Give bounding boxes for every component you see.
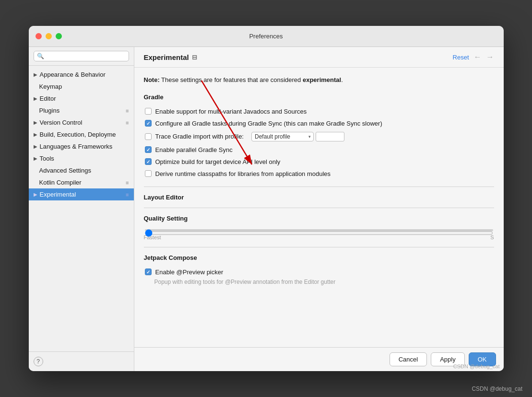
sidebar-item-build[interactable]: ▶ Build, Execution, Deployme xyxy=(29,128,134,140)
setting-optimize-build: Optimize build for target device API lev… xyxy=(144,156,494,168)
window-title: Preferences xyxy=(249,33,283,40)
sidebar-bottom: ? xyxy=(29,351,134,371)
dropdown-container: Default profile ▾ xyxy=(251,132,314,141)
chevron-icon: ▶ xyxy=(34,120,37,125)
forward-arrow[interactable]: → xyxy=(486,53,494,61)
badge-icon: ≡ xyxy=(126,192,129,198)
main-area: 🔍 ▶ Appearance & Behavior Keymap ▶ Edito… xyxy=(29,47,504,371)
cancel-button[interactable]: Cancel xyxy=(390,352,427,366)
section-quality-header: Quality Setting xyxy=(144,215,494,222)
sidebar-item-editor[interactable]: ▶ Editor xyxy=(29,93,134,105)
window-controls xyxy=(35,33,62,39)
sidebar-item-label: Keymap xyxy=(39,83,62,90)
badge-icon: ≡ xyxy=(126,120,129,126)
checkbox-parallel-sync[interactable] xyxy=(145,146,152,153)
header-actions: Reset ← → xyxy=(453,53,494,61)
sidebar-item-advanced[interactable]: Advanced Settings xyxy=(29,164,134,176)
setting-preview-picker-label[interactable]: Enable @Preview picker xyxy=(145,269,224,276)
sidebar-item-keymap[interactable]: Keymap xyxy=(29,81,134,93)
chevron-icon: ▶ xyxy=(34,96,37,101)
maximize-button[interactable] xyxy=(56,33,62,39)
sidebar-item-label: Editor xyxy=(40,95,56,102)
content-header: Experimental ⊟ Reset ← → xyxy=(134,47,504,68)
note-end: . xyxy=(341,76,343,83)
setting-trace-gradle: Trace Gradle import with profile: Defaul… xyxy=(144,129,494,144)
badge-icon: ≡ xyxy=(126,180,129,186)
search-icon: 🔍 xyxy=(37,53,44,59)
search-bar: 🔍 xyxy=(29,47,134,66)
setting-multi-variant-label[interactable]: Enable support for multi-variant Javadoc… xyxy=(145,108,307,115)
sidebar-item-label: Tools xyxy=(40,155,54,162)
bookmark-icon: ⊟ xyxy=(192,54,197,61)
minimize-button[interactable] xyxy=(46,33,52,39)
sidebar-item-label: Kotlin Compiler xyxy=(39,179,82,186)
content-body: Note: These settings are for features th… xyxy=(134,68,504,347)
section-layout-editor-header: Layout Editor xyxy=(144,194,494,201)
setting-optimize-build-label[interactable]: Optimize build for target device API lev… xyxy=(145,158,281,165)
chevron-icon: ▶ xyxy=(34,132,37,137)
sidebar-item-languages[interactable]: ▶ Languages & Frameworks xyxy=(29,140,134,152)
content-area: Experimental ⊟ Reset ← → Note: These set… xyxy=(134,47,504,371)
sidebar-item-tools[interactable]: ▶ Tools xyxy=(29,152,134,164)
quality-slider-track xyxy=(145,229,493,231)
setting-preview-picker: Enable @Preview picker xyxy=(144,266,494,278)
quality-slider-row xyxy=(144,227,494,234)
checkbox-derive-runtime[interactable] xyxy=(145,170,152,177)
sidebar-item-experimental[interactable]: ▶ Experimental ≡ xyxy=(29,188,134,200)
section-gradle-header: Gradle xyxy=(144,93,494,101)
search-input[interactable] xyxy=(47,53,126,59)
checkbox-trace-gradle[interactable] xyxy=(145,133,152,140)
sidebar-item-label: Experimental xyxy=(40,191,76,198)
setting-parallel-sync-label[interactable]: Enable parallel Gradle Sync xyxy=(145,146,233,153)
setting-configure-tasks: Configure all Gradle tasks during Gradle… xyxy=(144,117,494,129)
page-title: Experimental xyxy=(144,53,189,61)
divider-quality xyxy=(144,247,494,247)
setting-parallel-sync: Enable parallel Gradle Sync xyxy=(144,144,494,156)
sidebar-item-plugins[interactable]: Plugins ≡ xyxy=(29,105,134,117)
reset-button[interactable]: Reset xyxy=(453,54,469,61)
sidebar-nav: ▶ Appearance & Behavior Keymap ▶ Editor … xyxy=(29,66,134,351)
divider-layout-editor xyxy=(144,208,494,208)
divider-gradle xyxy=(144,187,494,187)
sidebar-item-kotlin[interactable]: Kotlin Compiler ≡ xyxy=(29,176,134,188)
back-arrow[interactable]: ← xyxy=(474,53,482,61)
note-text: Note: These settings are for features th… xyxy=(144,75,494,85)
trace-extra-input[interactable] xyxy=(316,132,344,141)
content-wrap: Experimental ⊟ Reset ← → Note: These set… xyxy=(134,47,504,371)
trace-dropdown-wrap: Default profile ▾ xyxy=(251,132,344,141)
watermark: CSDN @debug_cat xyxy=(449,362,504,371)
setting-derive-runtime-label[interactable]: Derive runtime classpaths for libraries … xyxy=(145,170,331,177)
section-jetpack-header: Jetpack Compose xyxy=(144,254,494,261)
chevron-icon: ▶ xyxy=(34,72,37,77)
search-wrap: 🔍 xyxy=(34,51,129,61)
sidebar-item-label: Languages & Frameworks xyxy=(40,143,113,150)
checkbox-multi-variant[interactable] xyxy=(145,108,152,115)
setting-multi-variant: Enable support for multi-variant Javadoc… xyxy=(144,105,494,117)
titlebar: Preferences xyxy=(29,26,504,47)
setting-derive-runtime: Derive runtime classpaths for libraries … xyxy=(144,168,494,180)
preview-picker-description: Popup with editing tools for @Preview an… xyxy=(144,279,494,285)
checkbox-configure-tasks[interactable] xyxy=(145,120,152,127)
note-bold: experimental xyxy=(303,76,341,83)
quality-slider[interactable] xyxy=(145,229,493,237)
badge-icon: ≡ xyxy=(126,108,129,114)
help-button[interactable]: ? xyxy=(34,357,43,366)
chevron-icon: ▶ xyxy=(34,192,37,197)
setting-trace-gradle-label[interactable]: Trace Gradle import with profile: xyxy=(145,133,244,140)
sidebar-item-label: Appearance & Behavior xyxy=(40,71,106,78)
sidebar-item-label: Build, Execution, Deployme xyxy=(40,131,116,138)
trace-profile-dropdown[interactable]: Default profile xyxy=(251,132,314,141)
csdn-credit: CSDN @debug_cat xyxy=(472,385,522,392)
close-button[interactable] xyxy=(35,33,42,39)
sidebar-item-label: Version Control xyxy=(40,119,83,126)
sidebar-item-appearance[interactable]: ▶ Appearance & Behavior xyxy=(29,69,134,81)
content-title: Experimental ⊟ xyxy=(144,53,197,61)
sidebar-item-version-control[interactable]: ▶ Version Control ≡ xyxy=(29,117,134,128)
sidebar-item-label: Advanced Settings xyxy=(39,167,91,174)
footer: Cancel Apply OK xyxy=(134,347,504,371)
checkbox-optimize-build[interactable] xyxy=(145,158,152,165)
checkbox-preview-picker[interactable] xyxy=(145,269,152,275)
setting-configure-tasks-label[interactable]: Configure all Gradle tasks during Gradle… xyxy=(145,120,382,127)
chevron-icon: ▶ xyxy=(34,156,37,161)
chevron-icon: ▶ xyxy=(34,144,37,149)
